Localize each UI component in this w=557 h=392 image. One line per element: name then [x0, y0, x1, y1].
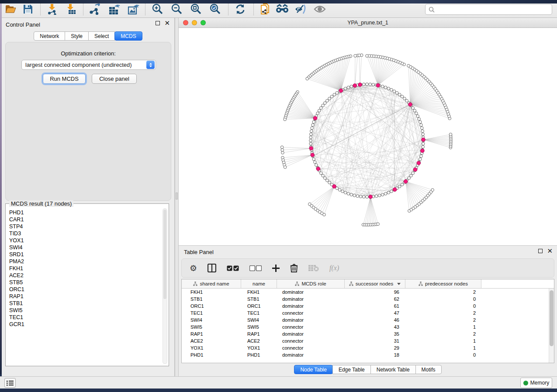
table-cell[interactable]: 47	[345, 309, 405, 316]
export-table-icon[interactable]	[107, 3, 121, 16]
tab-network-table[interactable]: Network Table	[370, 365, 416, 374]
memory-button[interactable]: Memory	[520, 378, 552, 388]
mcds-result-item[interactable]: FKH1	[9, 265, 160, 272]
zoom-selected-icon[interactable]	[208, 3, 222, 16]
mcds-result-item[interactable]: SRD1	[9, 251, 160, 258]
table-cell[interactable]: YOX1	[241, 344, 277, 351]
table-cell[interactable]: 2	[405, 309, 481, 316]
column-header-MCDS-role[interactable]: MCDS role	[277, 279, 345, 288]
table-row[interactable]: TEC1TEC1connector472	[182, 309, 554, 316]
table-row[interactable]: FKH1FKH1dominator962	[182, 289, 554, 296]
table-cell[interactable]: STB1	[182, 296, 241, 303]
table-row[interactable]: RAP1RAP1dominator352	[182, 330, 554, 337]
delete-column-icon[interactable]	[290, 261, 298, 275]
run-mcds-button[interactable]: Run MCDS	[43, 74, 86, 84]
select-all-columns-icon[interactable]	[227, 261, 239, 275]
table-row[interactable]: ORC1ORC1dominator610	[182, 303, 554, 309]
node-table[interactable]: shared namenameMCDS rolesuccessor nodesp…	[181, 279, 554, 363]
close-panel-icon[interactable]: ✕	[164, 21, 170, 25]
table-row[interactable]: SWI4SWI4dominator462	[182, 316, 554, 323]
tab-motifs[interactable]: Motifs	[415, 365, 442, 374]
close-panel-button[interactable]: Close panel	[92, 74, 137, 84]
import-network-icon[interactable]	[45, 3, 59, 16]
table-row[interactable]: SWI5SWI5connector431	[182, 323, 554, 330]
table-cell[interactable]: FKH1	[241, 289, 277, 296]
mcds-result-item[interactable]: PMA2	[9, 258, 160, 265]
table-cell[interactable]: 35	[345, 330, 405, 337]
search-input[interactable]	[437, 7, 549, 13]
mcds-result-item[interactable]: TEC1	[9, 314, 160, 321]
table-cell[interactable]: PHD1	[241, 351, 277, 358]
table-cell[interactable]: 2	[405, 289, 481, 296]
float-panel-icon[interactable]	[538, 249, 543, 253]
panel-splitter[interactable]	[175, 18, 179, 376]
table-cell[interactable]: 18	[345, 351, 405, 358]
tab-mcds[interactable]: MCDS	[114, 31, 142, 41]
table-cell[interactable]: RAP1	[182, 330, 241, 337]
create-column-icon[interactable]	[272, 261, 280, 275]
mcds-result-list[interactable]: PHD1CAR1STP4TID3YOX1SWI4SRD1PMA2FKH1ACE2…	[9, 209, 160, 363]
table-cell[interactable]: 0	[405, 296, 481, 303]
table-cell[interactable]: PHD1	[182, 351, 241, 358]
network-window-titlebar[interactable]: YPA_prune.txt_1	[179, 18, 557, 28]
table-cell[interactable]: SWI5	[182, 323, 241, 330]
tab-style[interactable]: Style	[65, 31, 89, 41]
table-cell[interactable]: 0	[405, 351, 481, 358]
table-cell[interactable]: TEC1	[182, 309, 241, 316]
open-icon[interactable]	[3, 3, 17, 16]
table-cell[interactable]: dominator	[277, 351, 345, 358]
table-cell[interactable]: TEC1	[241, 309, 277, 316]
mcds-result-item[interactable]: YOX1	[9, 237, 160, 244]
optimization-criterion-select[interactable]: largest connected component (undirected)	[21, 60, 156, 70]
search-network-icon[interactable]	[275, 3, 289, 16]
table-row[interactable]: ACE2ACE2connector311	[182, 337, 554, 344]
table-settings-icon[interactable]: ⚙	[190, 261, 197, 275]
mcds-result-item[interactable]: ORC1	[9, 286, 160, 293]
mcds-result-item[interactable]: STP4	[9, 223, 160, 230]
table-cell[interactable]: 2	[405, 316, 481, 323]
table-cell[interactable]: STB1	[241, 296, 277, 303]
refresh-icon[interactable]	[233, 3, 247, 16]
table-row[interactable]: YOX1YOX1connector291	[182, 344, 554, 351]
table-cell[interactable]: ACE2	[182, 337, 241, 344]
float-panel-icon[interactable]	[156, 21, 160, 25]
table-row[interactable]: STB1STB1dominator620	[182, 296, 554, 303]
function-builder-icon[interactable]: f(x)	[329, 261, 339, 275]
mcds-result-item[interactable]: TID3	[9, 230, 160, 237]
close-panel-icon[interactable]: ✕	[547, 249, 553, 253]
table-cell[interactable]: 96	[345, 289, 405, 296]
table-cell[interactable]: ORC1	[241, 303, 277, 309]
mcds-result-item[interactable]: GCR1	[9, 321, 160, 328]
table-cell[interactable]: 0	[405, 303, 481, 309]
table-cell[interactable]: dominator	[277, 289, 345, 296]
share-document-icon[interactable]	[259, 3, 273, 16]
table-cell[interactable]: connector	[277, 337, 345, 344]
table-cell[interactable]: 1	[405, 344, 481, 351]
tab-node-table[interactable]: Node Table	[294, 365, 333, 374]
search-box[interactable]	[425, 4, 552, 15]
mcds-result-item[interactable]: RAP1	[9, 293, 160, 300]
tab-network[interactable]: Network	[34, 31, 65, 41]
table-cell[interactable]: connector	[277, 323, 345, 330]
column-header-successor-nodes[interactable]: successor nodes	[345, 279, 405, 288]
table-cell[interactable]: 43	[345, 323, 405, 330]
export-network-icon[interactable]	[88, 3, 102, 16]
zoom-out-icon[interactable]	[170, 3, 183, 16]
table-cell[interactable]: 2	[405, 330, 481, 337]
table-cell[interactable]: dominator	[277, 303, 345, 309]
table-cell[interactable]: 29	[345, 344, 405, 351]
delete-table-icon[interactable]	[308, 261, 319, 275]
table-scrollbar-thumb[interactable]	[550, 290, 554, 346]
network-view[interactable]	[179, 28, 557, 245]
table-cell[interactable]: YOX1	[182, 344, 241, 351]
table-row[interactable]: PHD1PHD1dominator180	[182, 351, 554, 358]
table-cell[interactable]: 1	[405, 323, 481, 330]
table-cell[interactable]: dominator	[277, 330, 345, 337]
table-scrollbar[interactable]	[549, 289, 554, 363]
table-cell[interactable]: 1	[405, 337, 481, 344]
zoom-fit-icon[interactable]	[189, 3, 203, 16]
mcds-result-item[interactable]: CAR1	[9, 216, 160, 223]
column-header-predecessor-nodes[interactable]: predecessor nodes	[405, 279, 481, 288]
mcds-result-item[interactable]: SWI5	[9, 307, 160, 314]
table-cell[interactable]: RAP1	[241, 330, 277, 337]
